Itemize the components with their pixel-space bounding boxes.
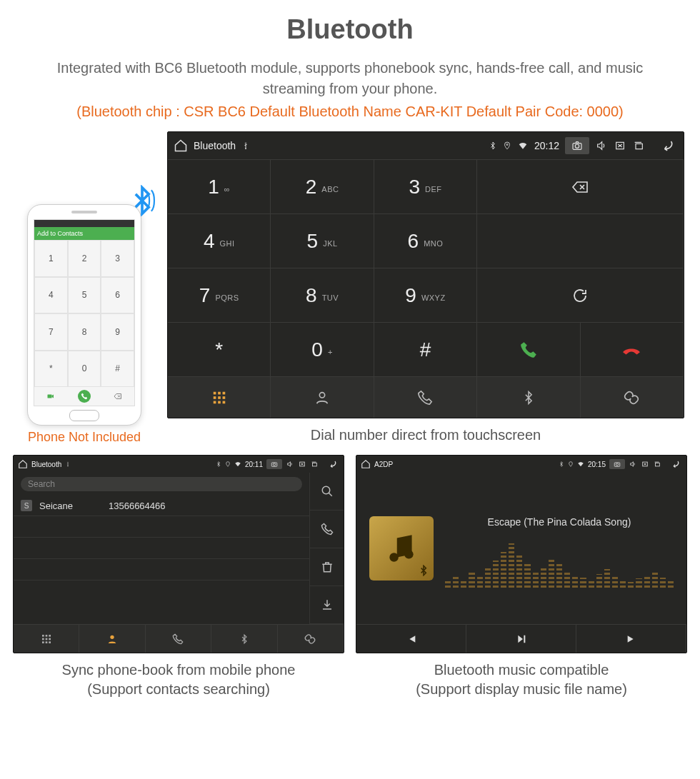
close-icon[interactable] [614,140,626,151]
tab-contacts[interactable] [79,625,145,653]
bluetooth-icon [216,461,221,468]
phone-key: # [101,351,134,388]
clock: 20:15 [588,461,606,468]
tab-contacts[interactable] [271,377,374,418]
dial-key-9[interactable]: 9WXYZ [374,268,477,322]
svg-point-20 [322,486,330,494]
location-icon [503,141,511,151]
home-icon[interactable] [18,459,28,469]
volume-icon[interactable] [629,461,637,468]
svg-rect-23 [49,635,51,637]
phone-key: 4 [34,277,68,314]
close-icon[interactable] [298,461,306,468]
tab-bluetooth[interactable] [211,625,277,653]
dialer-screenshot: Bluetooth 20:12 1∞2ABC3DEF4GHI5JKL6MNO7P… [167,131,684,418]
bluetooth-icon [559,461,564,468]
backspace-icon [101,387,134,406]
contact-badge: S [21,500,32,511]
back-icon[interactable] [669,460,682,468]
svg-rect-6 [213,391,216,394]
dial-key-*[interactable]: * [168,322,271,376]
svg-rect-13 [218,401,221,403]
dial-key-5[interactable]: 5JKL [271,213,374,268]
call-button[interactable] [477,322,580,376]
home-icon[interactable] [174,139,188,153]
search-input[interactable]: Search [21,477,302,491]
a2dp-caption: Bluetooth music compatible(Support displ… [356,660,687,699]
dial-key-4[interactable]: 4GHI [168,213,271,268]
back-icon[interactable] [326,460,339,468]
phonebook-caption: Sync phone-book from mobile phone(Suppor… [13,660,344,699]
next-button[interactable] [576,625,686,653]
tab-pair[interactable] [278,625,344,653]
camera-icon[interactable] [266,459,282,469]
svg-point-30 [110,635,114,638]
svg-point-3 [575,144,579,148]
svg-point-36 [404,550,414,559]
dial-key-6[interactable]: 6MNO [374,213,477,268]
tab-bluetooth[interactable] [477,377,580,418]
tab-history[interactable] [146,625,211,653]
svg-rect-9 [213,396,216,399]
svg-rect-29 [49,641,51,643]
svg-rect-25 [45,638,47,640]
recent-icon[interactable] [632,140,645,151]
svg-point-17 [273,463,275,466]
dial-key-7[interactable]: 7PQRS [168,268,271,322]
play-pause-button[interactable] [466,625,576,653]
tab-history[interactable] [374,377,477,418]
tab-dialpad[interactable] [168,377,271,418]
svg-rect-11 [222,396,225,399]
page-title: Bluetooth [13,14,687,45]
svg-rect-26 [49,638,51,640]
phone-key: 2 [68,240,101,277]
svg-rect-21 [42,635,44,637]
contact-row [14,516,309,538]
dial-key-1[interactable]: 1∞ [168,159,271,213]
call-icon[interactable] [310,511,344,548]
backspace-button[interactable] [477,159,684,213]
phone-key: 5 [68,277,101,314]
close-icon[interactable] [641,461,649,468]
phone-key: 8 [68,313,101,351]
download-icon[interactable] [310,586,344,624]
volume-icon[interactable] [286,461,294,468]
camera-icon[interactable] [609,459,625,469]
specs-line: (Bluetooth chip : CSR BC6 Default Blueto… [13,104,687,120]
call-icon [78,390,91,403]
dial-key-8[interactable]: 8TUV [271,268,374,322]
app-title: Bluetooth [31,461,61,468]
phone-key: 0 [68,351,101,388]
camera-icon[interactable] [565,137,589,154]
recent-icon[interactable] [310,461,319,468]
equalizer [445,531,674,588]
back-icon[interactable] [658,139,678,152]
svg-point-15 [319,392,324,397]
volume-icon[interactable] [595,140,608,151]
phone-mockup: Add to Contacts 123456789*0# [27,204,141,426]
delete-icon[interactable] [310,548,344,586]
dial-key-0[interactable]: 0+ [271,322,374,376]
contact-row [14,559,309,581]
dial-key-3[interactable]: 3DEF [374,159,477,213]
svg-rect-24 [42,638,44,640]
phone-key: 6 [101,277,134,314]
hangup-button[interactable] [581,322,684,376]
prev-button[interactable] [356,625,466,653]
phone-key: * [34,351,68,388]
wifi-icon [517,141,529,151]
phone-header: Add to Contacts [34,227,134,240]
page-subtitle: Integrated with BC6 Bluetooth module, su… [13,58,687,99]
tab-pair[interactable] [581,377,684,418]
dial-key-#[interactable]: # [374,322,477,376]
contact-row[interactable]: S Seicane 13566664466 [14,496,309,516]
home-icon[interactable] [361,459,371,469]
svg-rect-8 [222,391,225,394]
dial-key-2[interactable]: 2ABC [271,159,374,213]
phone-caption: Phone Not Included [13,430,156,445]
tab-dialpad[interactable] [14,625,79,653]
search-icon[interactable] [310,473,344,511]
redial-button[interactable] [477,268,684,322]
recent-icon[interactable] [653,461,661,468]
usb-icon [241,141,250,151]
